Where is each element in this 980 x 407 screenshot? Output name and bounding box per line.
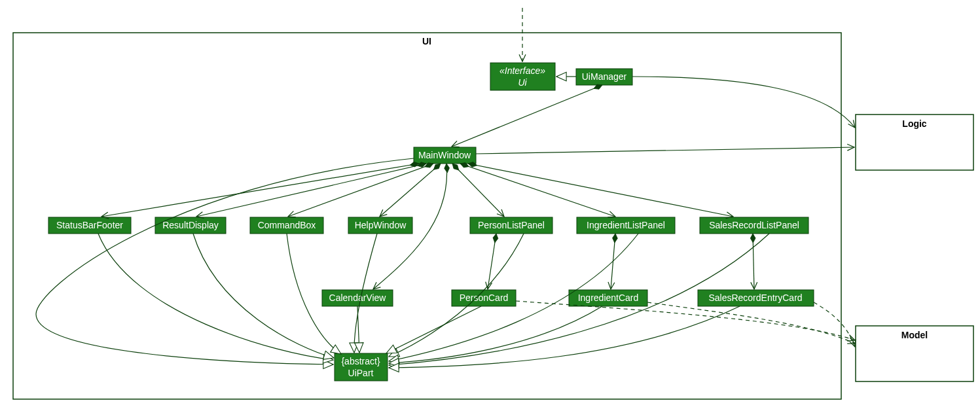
package-ui: UI	[13, 33, 841, 399]
comp-mw-saleslist	[468, 164, 733, 217]
svg-text:IngredientListPanel: IngredientListPanel	[587, 220, 665, 230]
svg-text:MainWindow: MainWindow	[418, 150, 471, 160]
comp-mw-ingredientlist	[460, 164, 615, 217]
gen-personcard-uipart	[386, 306, 481, 353]
svg-text:ResultDisplay: ResultDisplay	[162, 220, 219, 230]
svg-text:IngredientCard: IngredientCard	[578, 292, 639, 303]
svg-text:SalesRecordEntryCard: SalesRecordEntryCard	[708, 292, 802, 303]
class-help-window: HelpWindow	[348, 217, 412, 234]
class-status-bar-footer: StatusBarFooter	[48, 217, 131, 234]
svg-text:UiManager: UiManager	[582, 71, 627, 82]
comp-mw-helpwindow	[380, 164, 441, 217]
svg-text:PersonListPanel: PersonListPanel	[478, 220, 545, 230]
package-model-label: Model	[901, 330, 928, 340]
svg-rect-0	[13, 33, 841, 399]
dep-personcard-model	[516, 301, 855, 340]
class-ui-interface: «Interface» Ui	[490, 63, 555, 90]
class-sales-record-entry-card: SalesRecordEntryCard	[698, 290, 814, 306]
class-result-display: ResultDisplay	[155, 217, 226, 234]
svg-text:«Interface»: «Interface»	[499, 65, 545, 76]
class-ui-part: {abstract} UiPart	[335, 353, 388, 381]
class-main-window: MainWindow	[414, 147, 476, 164]
dep-salescard-model	[814, 302, 855, 347]
svg-text:Ui: Ui	[518, 77, 527, 88]
gen-resultdisplay-uipart	[193, 234, 334, 358]
svg-text:SalesRecordListPanel: SalesRecordListPanel	[709, 220, 799, 230]
class-ingredient-card: IngredientCard	[569, 290, 647, 306]
svg-text:HelpWindow: HelpWindow	[355, 220, 407, 230]
svg-text:CalendarView: CalendarView	[329, 292, 387, 303]
package-logic-label: Logic	[902, 118, 927, 129]
class-ui-manager: UiManager	[576, 69, 632, 85]
package-ui-label: UI	[422, 36, 431, 46]
comp-uimanager-mainwindow	[452, 85, 602, 147]
gen-salescard-uipart	[389, 306, 740, 368]
package-model: Model	[856, 326, 973, 381]
comp-mw-resultdisplay	[196, 164, 426, 217]
svg-text:CommandBox: CommandBox	[258, 220, 316, 230]
gen-statusbar-uipart	[98, 234, 333, 360]
class-command-box: CommandBox	[250, 217, 323, 234]
svg-text:UiPart: UiPart	[348, 368, 374, 378]
comp-mw-statusbar	[101, 164, 419, 217]
package-logic: Logic	[856, 115, 973, 170]
uml-class-diagram: UI Logic Model «Interface» Ui UiManager …	[0, 0, 980, 407]
assoc-mainwindow-logic	[476, 147, 854, 154]
comp-saleslist-card	[753, 234, 754, 289]
class-person-list-panel: PersonListPanel	[470, 217, 553, 234]
svg-text:{abstract}: {abstract}	[341, 356, 380, 366]
assoc-uimanager-logic	[632, 77, 855, 128]
svg-text:StatusBarFooter: StatusBarFooter	[56, 220, 123, 230]
class-person-card: PersonCard	[452, 290, 516, 306]
gen-calendar-uipart	[357, 306, 359, 353]
dep-ingredientcard-model	[647, 302, 855, 344]
class-sales-record-list-panel: SalesRecordListPanel	[700, 217, 808, 234]
class-calendar-view: CalendarView	[322, 290, 393, 306]
gen-mainwindow-uipart	[36, 158, 414, 364]
class-ingredient-list-panel: IngredientListPanel	[577, 217, 675, 234]
svg-text:PersonCard: PersonCard	[460, 292, 509, 303]
comp-mw-personlist	[452, 164, 504, 217]
